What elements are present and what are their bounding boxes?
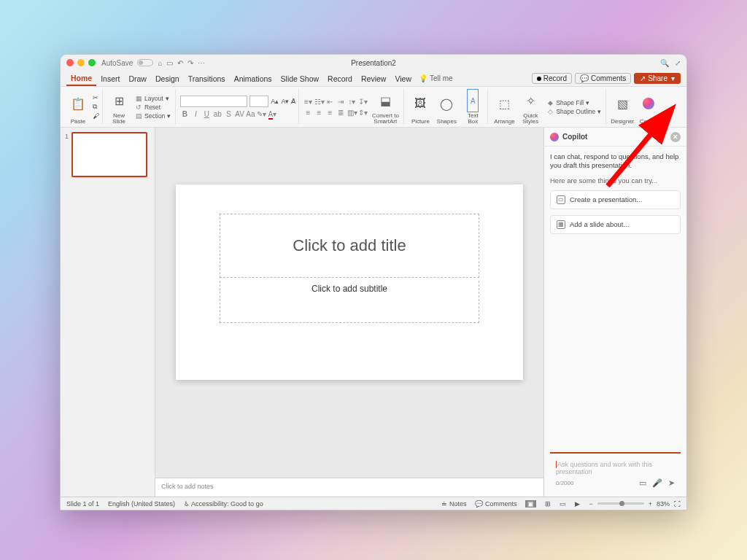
spacing-icon[interactable]: AV (235, 110, 244, 118)
tab-home[interactable]: Home (66, 71, 96, 86)
align-left-icon[interactable]: ≡ (303, 109, 312, 117)
indent-inc-icon[interactable]: ⇥ (336, 98, 345, 106)
italic-icon[interactable]: I (191, 110, 200, 118)
copy-icon[interactable]: ⧉ (93, 103, 99, 111)
strike-icon[interactable]: ab (213, 110, 222, 118)
shape-outline-button[interactable]: ◇Shape Outline ▾ (545, 108, 603, 115)
tab-animations[interactable]: Animations (230, 71, 276, 86)
status-comments-button[interactable]: 💬 Comments (475, 500, 516, 508)
tell-me-search[interactable]: 💡Tell me (419, 74, 453, 82)
search-icon[interactable]: 🔍 (660, 59, 669, 67)
copilot-ribbon-button[interactable]: Copilot (637, 89, 660, 125)
text-direction-icon[interactable]: ↧▾ (358, 98, 367, 106)
highlight-icon[interactable]: ✎▾ (257, 110, 266, 118)
view-slideshow-icon[interactable]: ▶ (575, 500, 580, 508)
redo-icon[interactable]: ↷ (187, 59, 193, 67)
font-color-icon[interactable]: A▾ (268, 110, 276, 118)
align-center-icon[interactable]: ≡ (314, 109, 323, 117)
section-icon: ▤ (135, 112, 142, 120)
reset-button[interactable]: ↺Reset (133, 104, 172, 111)
cut-icon[interactable]: ✂ (93, 94, 99, 101)
status-language[interactable]: English (United States) (108, 500, 175, 508)
view-normal-icon[interactable]: ▣ (525, 500, 536, 508)
bold-icon[interactable]: B (180, 110, 189, 118)
change-case-icon[interactable]: Aa (246, 110, 255, 118)
tab-record[interactable]: Record (323, 71, 357, 86)
ribbon-home: 📋 Paste ✂ ⧉ 🖌 ⊞ New Slide ▦Layout ▾ ↺Res… (61, 87, 686, 128)
mic-icon[interactable]: 🎤 (652, 478, 662, 488)
zoom-slider[interactable] (597, 502, 644, 505)
copilot-header: Copilot ✕ (544, 128, 686, 147)
shapes-button[interactable]: ◯Shapes (435, 89, 458, 125)
indent-dec-icon[interactable]: ⇤ (325, 98, 334, 106)
copilot-input[interactable]: Ask questions and work with this present… (556, 458, 675, 478)
status-accessibility[interactable]: ♿︎ Accessibility: Good to go (184, 500, 263, 508)
notes-pane[interactable]: Click to add notes (155, 478, 543, 497)
convert-smartart-button[interactable]: ⬓ Convert to SmartArt (370, 89, 400, 125)
send-icon[interactable]: ➤ (668, 478, 675, 488)
undo-icon[interactable]: ↶ (177, 59, 183, 67)
new-slide-button[interactable]: ⊞ New Slide (107, 89, 131, 125)
close-window-button[interactable] (66, 59, 74, 66)
fit-to-window-icon[interactable]: ⛶ (674, 500, 681, 508)
designer-button[interactable]: ▧Designer (611, 89, 634, 125)
increase-font-icon[interactable]: A▴ (271, 98, 279, 105)
numbering-icon[interactable]: ☷▾ (314, 98, 323, 106)
copilot-suggestion-add-slide[interactable]: ▦ Add a slide about... (550, 215, 681, 234)
line-spacing-icon[interactable]: ↕▾ (347, 98, 356, 106)
tab-transitions[interactable]: Transitions (184, 71, 230, 86)
font-size-combo[interactable] (249, 96, 268, 107)
shape-fill-button[interactable]: ◆Shape Fill ▾ (545, 99, 603, 106)
align-text-icon[interactable]: ⇕▾ (358, 109, 367, 117)
arrange-button[interactable]: ⬚Arrange (492, 89, 516, 125)
layout-button[interactable]: ▦Layout ▾ (133, 95, 172, 102)
tab-view[interactable]: View (390, 71, 416, 86)
share-button[interactable]: ↗Share▾ (634, 73, 681, 84)
clear-format-icon[interactable]: A̸ (291, 98, 295, 105)
align-right-icon[interactable]: ≡ (325, 109, 334, 117)
save-icon[interactable]: ▭ (166, 59, 173, 67)
picture-button[interactable]: 🖼Picture (409, 89, 432, 125)
view-sorter-icon[interactable]: ⊞ (545, 500, 551, 508)
bullets-icon[interactable]: ≡▾ (303, 98, 312, 106)
paste-button[interactable]: 📋 Paste (66, 89, 90, 125)
fill-icon: ◆ (546, 99, 554, 106)
zoom-out-icon[interactable]: − (589, 500, 592, 508)
columns-icon[interactable]: ▥▾ (347, 109, 356, 117)
decrease-font-icon[interactable]: A▾ (281, 98, 289, 105)
zoom-in-icon[interactable]: + (649, 500, 652, 508)
tab-slide-show[interactable]: Slide Show (276, 71, 324, 86)
comments-button[interactable]: 💬Comments (575, 73, 631, 84)
font-family-combo[interactable] (180, 96, 247, 107)
slide-thumbnail-1[interactable] (71, 132, 147, 177)
justify-icon[interactable]: ≣ (336, 109, 345, 117)
view-prompts-icon[interactable]: ▭ (639, 478, 646, 488)
tab-review[interactable]: Review (357, 71, 390, 86)
format-painter-icon[interactable]: 🖌 (93, 112, 99, 120)
slide-canvas-area[interactable]: Click to add title Click to add subtitle (155, 128, 543, 478)
title-placeholder[interactable]: Click to add title (220, 214, 479, 278)
copilot-suggestion-create[interactable]: ▭ Create a presentation... (550, 190, 681, 209)
home-icon[interactable]: ⌂ (158, 59, 162, 67)
tab-draw[interactable]: Draw (124, 71, 151, 86)
autosave-toggle[interactable] (137, 59, 153, 66)
subtitle-placeholder[interactable]: Click to add subtitle (220, 281, 479, 323)
close-icon[interactable]: ✕ (670, 132, 681, 142)
section-button[interactable]: ▤Section ▾ (133, 112, 172, 120)
minimize-window-button[interactable] (77, 59, 85, 66)
more-qat-icon[interactable]: ⋯ (198, 59, 205, 67)
text-box-icon: A (467, 89, 479, 112)
zoom-percent[interactable]: 83% (657, 500, 670, 508)
status-notes-button[interactable]: ≐ Notes (441, 500, 466, 508)
slide-canvas[interactable]: Click to add title Click to add subtitle (176, 184, 523, 380)
text-box-button[interactable]: AText Box (461, 89, 484, 125)
quick-styles-button[interactable]: ✧Quick Styles (519, 89, 542, 125)
tab-insert[interactable]: Insert (96, 71, 124, 86)
record-button[interactable]: Record (532, 73, 572, 84)
maximize-window-button[interactable] (88, 59, 96, 66)
underline-icon[interactable]: U (202, 110, 211, 118)
ribbon-toggle-icon[interactable]: ⤢ (675, 59, 681, 67)
tab-design[interactable]: Design (151, 71, 184, 86)
shadow-icon[interactable]: S (224, 110, 233, 118)
view-reading-icon[interactable]: ▭ (560, 500, 566, 508)
